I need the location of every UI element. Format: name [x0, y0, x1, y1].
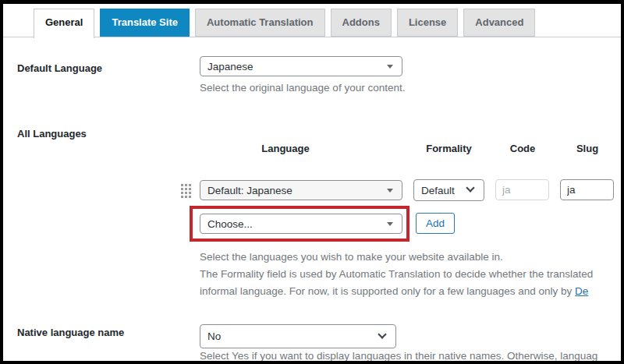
- row-language-select[interactable]: Default: Japanese: [200, 180, 402, 200]
- default-language-value: Japanese: [207, 61, 254, 72]
- column-header-slug: Slug: [560, 143, 615, 154]
- tab-translate-site[interactable]: Translate Site: [100, 9, 190, 37]
- native-language-name-value: No: [207, 330, 221, 342]
- screenshot-border-left: [0, 0, 3, 364]
- tab-general[interactable]: General: [34, 9, 94, 38]
- choose-language-value: Choose...: [207, 218, 253, 230]
- row-formality-select[interactable]: Default: [413, 179, 484, 201]
- screenshot-border-right: [621, 0, 624, 364]
- column-header-code: Code: [495, 143, 550, 154]
- column-header-formality: Formality: [413, 143, 484, 154]
- dropdown-caret-icon: [387, 189, 393, 193]
- chevron-down-icon: [466, 183, 474, 192]
- native-language-name-select[interactable]: No: [200, 324, 396, 348]
- dropdown-caret-icon: [387, 65, 393, 69]
- row-language-value: Default: Japanese: [207, 185, 292, 196]
- tab-automatic-translation[interactable]: Automatic Translation: [195, 9, 325, 37]
- native-language-name-label: Native language name: [17, 327, 124, 338]
- all-languages-description-line3: informal language. For now, it is suppor…: [200, 285, 588, 297]
- screenshot-border-bottom: [0, 361, 624, 364]
- chevron-down-icon: [378, 330, 386, 338]
- translatepress-settings-window: General Translate Site Automatic Transla…: [0, 0, 624, 364]
- tab-addons[interactable]: Addons: [331, 9, 392, 37]
- default-language-select[interactable]: Japanese: [200, 56, 402, 76]
- deepl-link[interactable]: De: [575, 285, 588, 297]
- all-languages-description-line3-text: informal language. For now, it is suppor…: [200, 285, 575, 297]
- choose-language-select[interactable]: Choose...: [200, 214, 402, 234]
- native-language-name-description: Select Yes if you want to display langua…: [200, 350, 597, 362]
- all-languages-description-line2: The Formality field is used by Automatic…: [200, 268, 593, 280]
- tab-advanced[interactable]: Advanced: [463, 9, 535, 37]
- tab-license[interactable]: License: [397, 9, 458, 37]
- all-languages-description-line1: Select the languages you wish to make yo…: [200, 251, 503, 263]
- drag-handle-icon[interactable]: [181, 184, 191, 198]
- add-language-button[interactable]: Add: [416, 213, 455, 234]
- all-languages-label: All Languages: [17, 128, 87, 140]
- column-header-language: Language: [207, 143, 363, 154]
- screenshot-border-top: [0, 0, 624, 4]
- default-language-label: Default Language: [17, 62, 102, 74]
- default-language-description: Select the original language of your con…: [200, 82, 405, 94]
- dropdown-caret-icon: [387, 222, 393, 226]
- row-formality-value: Default: [421, 185, 455, 196]
- row-slug-input[interactable]: [560, 179, 614, 200]
- row-code-input[interactable]: [495, 179, 549, 200]
- settings-tabbar: General Translate Site Automatic Transla…: [34, 9, 541, 38]
